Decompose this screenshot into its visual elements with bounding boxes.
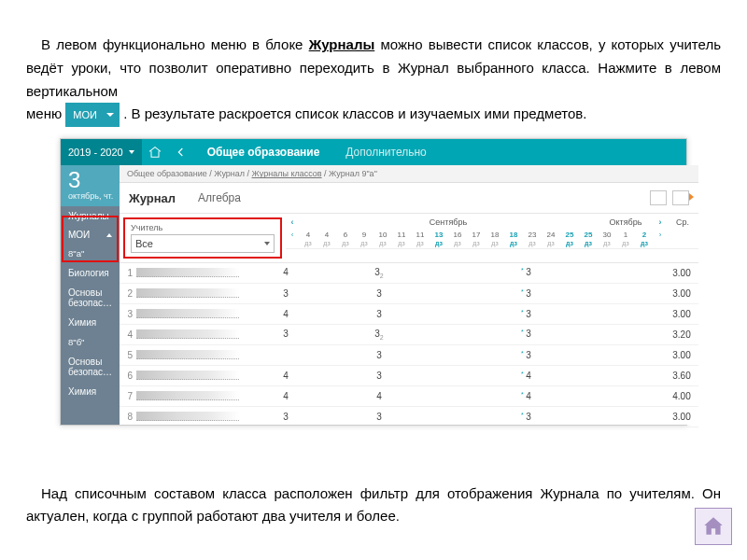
day-cell[interactable]: 4дз <box>317 231 336 248</box>
grade-cell[interactable] <box>295 391 314 401</box>
grade-cell[interactable] <box>500 329 519 341</box>
grade-cell[interactable] <box>463 371 482 381</box>
grade-cell[interactable] <box>575 288 594 299</box>
grade-cell[interactable] <box>444 412 463 422</box>
grade-cell[interactable] <box>538 309 557 319</box>
grade-cell[interactable] <box>538 412 557 422</box>
day-cell[interactable]: 17дз <box>467 231 486 248</box>
grade-cell[interactable] <box>407 329 426 341</box>
day-cell[interactable]: 9дз <box>355 231 374 248</box>
grade-cell[interactable] <box>351 350 370 360</box>
grade-cell[interactable] <box>314 329 332 341</box>
day-cell[interactable]: 16дз <box>448 231 467 248</box>
grade-cell[interactable] <box>463 412 482 422</box>
toolbar-button-1[interactable] <box>650 190 667 205</box>
day-cell[interactable]: 6дз <box>336 231 355 248</box>
grade-cell[interactable] <box>444 371 463 381</box>
grade-cell[interactable] <box>557 391 575 401</box>
grade-cell[interactable] <box>557 371 575 381</box>
grade-cell[interactable] <box>314 391 332 401</box>
grade-cell[interactable] <box>463 329 482 341</box>
grade-cell[interactable] <box>482 329 500 341</box>
grade-cell[interactable] <box>444 391 463 401</box>
grade-cell[interactable]: 3 <box>276 412 295 422</box>
grade-cell[interactable] <box>351 391 370 401</box>
grade-cell[interactable] <box>575 350 594 360</box>
day-cell[interactable]: 2дз <box>635 231 654 248</box>
day-cell[interactable]: 18дз <box>486 231 504 248</box>
home-icon[interactable] <box>148 145 162 160</box>
grade-cell[interactable] <box>613 309 631 319</box>
grade-cell[interactable] <box>594 350 613 360</box>
grade-cell[interactable] <box>351 412 370 422</box>
grade-cell[interactable] <box>557 309 575 319</box>
toolbar-button-2[interactable] <box>672 190 689 205</box>
grade-cell[interactable]: 3 <box>370 350 388 360</box>
grade-cell[interactable] <box>594 371 613 381</box>
grade-cell[interactable] <box>482 350 500 360</box>
breadcrumb-link[interactable]: Журналы классов <box>252 169 322 178</box>
grade-cell[interactable] <box>613 329 631 341</box>
sidebar-item[interactable]: Химия <box>61 382 120 401</box>
grade-cell[interactable] <box>613 412 631 422</box>
grade-cell[interactable]: 3 <box>370 371 388 381</box>
grade-cell[interactable] <box>557 329 575 341</box>
grade-cell[interactable] <box>538 329 557 341</box>
grade-cell[interactable] <box>426 371 444 381</box>
grade-cell[interactable] <box>332 267 351 279</box>
grade-cell[interactable] <box>575 329 594 341</box>
year-selector[interactable]: 2019 - 2020 <box>61 139 142 165</box>
grade-cell[interactable] <box>482 412 500 422</box>
day-cell[interactable]: 13дз <box>430 231 448 248</box>
grade-cell[interactable]: 3 <box>370 288 388 299</box>
grade-cell[interactable] <box>482 371 500 381</box>
grade-cell[interactable] <box>295 412 314 422</box>
grade-cell[interactable] <box>388 329 407 341</box>
grade-cell[interactable] <box>538 350 557 360</box>
grade-cell[interactable] <box>500 288 519 299</box>
day-cell[interactable]: 11дз <box>392 231 411 248</box>
grade-cell[interactable] <box>482 288 500 299</box>
tab-additional[interactable]: Дополнительно <box>332 146 439 159</box>
grade-cell[interactable] <box>594 267 613 279</box>
grade-cell[interactable] <box>388 267 407 279</box>
grade-cell[interactable] <box>332 391 351 401</box>
grade-cell[interactable] <box>426 288 444 299</box>
grade-cell[interactable]: *3 <box>519 309 538 319</box>
subject-select[interactable]: Алгебра <box>198 191 241 204</box>
grade-cell[interactable] <box>407 267 426 279</box>
grade-cell[interactable]: 32 <box>370 329 388 341</box>
grade-cell[interactable] <box>538 391 557 401</box>
grade-cell[interactable] <box>295 267 314 279</box>
grade-cell[interactable] <box>575 371 594 381</box>
grade-cell[interactable] <box>276 350 295 360</box>
grade-cell[interactable] <box>388 288 407 299</box>
grade-cell[interactable] <box>426 412 444 422</box>
grade-cell[interactable] <box>482 309 500 319</box>
grade-cell[interactable] <box>538 288 557 299</box>
grade-cell[interactable]: 3 <box>370 412 388 422</box>
grade-cell[interactable] <box>613 391 631 401</box>
grade-cell[interactable] <box>426 391 444 401</box>
grade-cell[interactable] <box>407 350 426 360</box>
grade-cell[interactable] <box>575 412 594 422</box>
grade-cell[interactable] <box>295 329 314 341</box>
grade-cell[interactable] <box>351 288 370 299</box>
tab-general-edu[interactable]: Общее образование <box>194 146 333 159</box>
grade-cell[interactable]: 3 <box>276 288 295 299</box>
sidebar-item[interactable]: Основы безопас… <box>61 283 120 313</box>
month-prev[interactable]: ‹ <box>286 217 299 227</box>
teacher-select[interactable]: Все <box>131 234 275 253</box>
grade-cell[interactable] <box>332 371 351 381</box>
sidebar-item[interactable]: Химия <box>61 313 120 332</box>
grade-cell[interactable]: 4 <box>276 391 295 401</box>
grade-cell[interactable] <box>351 267 370 279</box>
grade-cell[interactable] <box>538 371 557 381</box>
grade-cell[interactable] <box>444 350 463 360</box>
grade-cell[interactable] <box>295 309 314 319</box>
grade-cell[interactable] <box>407 371 426 381</box>
grade-cell[interactable] <box>407 412 426 422</box>
grade-cell[interactable] <box>500 391 519 401</box>
grade-cell[interactable] <box>500 412 519 422</box>
grade-cell[interactable] <box>482 391 500 401</box>
